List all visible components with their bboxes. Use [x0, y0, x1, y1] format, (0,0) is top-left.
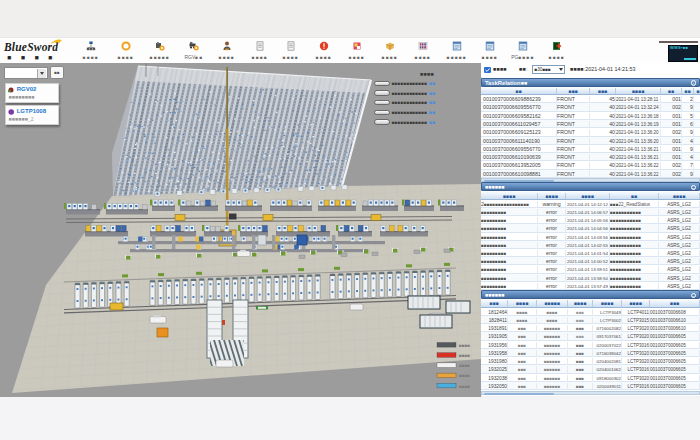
svg-text:■■■■: ■■■■: [459, 353, 470, 358]
svg-text:■■■■: ■■■■: [459, 384, 470, 389]
svg-text:■■■■: ■■■■: [459, 343, 470, 348]
svg-text:■■■■: ■■■■: [459, 363, 470, 368]
svg-text:■■■■: ■■■■: [459, 373, 470, 378]
